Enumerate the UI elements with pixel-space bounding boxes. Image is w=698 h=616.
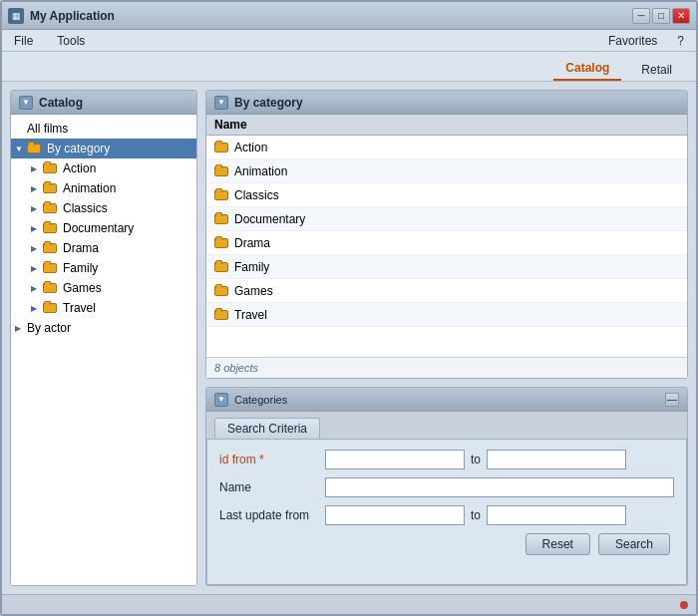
close-button[interactable]: ✕ [672, 8, 690, 24]
name-form-row: Name [219, 477, 674, 497]
search-tab-strip: Search Criteria [206, 412, 687, 439]
row-folder-icon-documentary [214, 214, 228, 224]
list-item[interactable]: Family [206, 255, 687, 279]
search-panel-icon: ▼ [214, 393, 228, 407]
tree-label-travel: Travel [63, 301, 96, 315]
tree-label-all-films: All films [27, 122, 68, 136]
right-area: ▼ By category Name Action Animation [205, 90, 688, 586]
search-panel-title: Categories [234, 394, 287, 406]
tree-item-documentary[interactable]: ▶ Documentary [11, 218, 196, 238]
tree-label-by-actor: By actor [27, 321, 71, 335]
last-update-to-label: to [471, 508, 481, 522]
folder-icon-documentary [43, 223, 57, 233]
search-panel-header-left: ▼ Categories [214, 393, 287, 407]
list-item[interactable]: Documentary [206, 207, 687, 231]
folder-icon-drama [43, 243, 57, 253]
menu-right: Favorites ? [604, 33, 688, 49]
id-from-input[interactable] [325, 450, 465, 469]
menu-favorites[interactable]: Favorites [604, 33, 661, 49]
last-update-form-row: Last update from to [219, 505, 674, 525]
menu-help[interactable]: ? [673, 33, 688, 49]
minimize-button[interactable]: ─ [632, 8, 650, 24]
id-required-marker: * [256, 453, 264, 466]
last-update-from-input[interactable] [325, 505, 465, 525]
by-category-header-icon: ▼ [214, 96, 228, 110]
tree-item-action[interactable]: ▶ Action [11, 158, 196, 178]
by-category-title: By category [234, 96, 303, 110]
catalog-panel-header: ▼ Catalog [11, 91, 196, 115]
row-label-drama: Drama [234, 236, 270, 250]
tree-item-by-category[interactable]: ▼ By category [11, 139, 196, 158]
menu-file[interactable]: File [10, 33, 37, 49]
row-folder-icon-drama [214, 238, 228, 248]
tree-label-documentary: Documentary [63, 221, 134, 235]
row-folder-icon-games [214, 286, 228, 296]
tree-item-by-actor[interactable]: ▶ By actor [11, 318, 196, 338]
search-form: id from * to Name Last update from [206, 439, 687, 585]
list-item[interactable]: Action [206, 136, 687, 159]
content-area: ▼ Catalog All films ▼ By category [2, 82, 696, 594]
list-item[interactable]: Games [206, 279, 687, 303]
list-item[interactable]: Travel [206, 303, 687, 327]
row-folder-icon-family [214, 262, 228, 272]
row-label-classics: Classics [234, 188, 279, 202]
tree-item-travel[interactable]: ▶ Travel [11, 298, 196, 318]
name-input[interactable] [325, 477, 674, 497]
tab-catalog[interactable]: Catalog [553, 57, 621, 81]
id-label: id from * [219, 453, 319, 466]
main-window: ▦ My Application ─ □ ✕ File Tools Favori… [0, 0, 698, 616]
list-item[interactable]: Classics [206, 183, 687, 207]
name-label: Name [219, 480, 319, 494]
tree-label-drama: Drama [63, 241, 99, 255]
row-folder-icon-classics [214, 190, 228, 200]
tree-label-classics: Classics [63, 201, 108, 215]
list-item[interactable]: Animation [206, 159, 687, 183]
tree-item-family[interactable]: ▶ Family [11, 258, 196, 278]
maximize-button[interactable]: □ [652, 8, 670, 24]
menu-tools[interactable]: Tools [53, 33, 89, 49]
tab-retail[interactable]: Retail [629, 59, 684, 81]
tree-label-family: Family [63, 261, 98, 275]
tree-item-animation[interactable]: ▶ Animation [11, 178, 196, 198]
list-item[interactable]: Drama [206, 231, 687, 255]
category-list-area[interactable]: Name Action Animation Classics [206, 115, 687, 357]
row-label-travel: Travel [234, 308, 267, 322]
id-to-label: to [471, 453, 481, 466]
folder-icon-animation [43, 183, 57, 193]
tree-arrow-animation: ▶ [31, 184, 43, 193]
last-update-label: Last update from [219, 508, 319, 522]
row-label-animation: Animation [234, 164, 287, 178]
row-folder-icon-action [214, 143, 228, 153]
tree-label-animation: Animation [63, 181, 116, 195]
row-label-games: Games [234, 284, 273, 298]
left-panel: ▼ Catalog All films ▼ By category [10, 90, 197, 586]
tree-arrow-action: ▶ [31, 164, 43, 173]
folder-icon-travel [43, 303, 57, 313]
search-panel-header: ▼ Categories — [206, 388, 687, 412]
search-criteria-tab[interactable]: Search Criteria [214, 418, 320, 439]
tree-item-games[interactable]: ▶ Games [11, 278, 196, 298]
id-to-input[interactable] [487, 450, 626, 469]
status-dot [680, 601, 688, 609]
reset-button[interactable]: Reset [525, 533, 590, 555]
tree-item-all-films[interactable]: All films [11, 119, 196, 139]
tree-item-classics[interactable]: ▶ Classics [11, 198, 196, 218]
tree-arrow-bycategory: ▼ [15, 145, 27, 154]
tree-arrow-travel: ▶ [31, 304, 43, 313]
tree-arrow-family: ▶ [31, 264, 43, 273]
row-folder-icon-animation [214, 166, 228, 176]
search-button[interactable]: Search [598, 533, 670, 555]
row-label-family: Family [234, 260, 269, 274]
by-category-header: ▼ By category [206, 91, 687, 115]
search-panel-minimize[interactable]: — [665, 393, 679, 407]
objects-count: 8 objects [206, 357, 687, 378]
tree-label-games: Games [63, 281, 102, 295]
tree-arrow-games: ▶ [31, 284, 43, 293]
tree-area[interactable]: All films ▼ By category ▶ Action [11, 115, 196, 585]
row-label-documentary: Documentary [234, 212, 305, 226]
last-update-to-input[interactable] [487, 505, 626, 525]
tree-arrow-classics: ▶ [31, 204, 43, 213]
tree-item-drama[interactable]: ▶ Drama [11, 238, 196, 258]
row-label-action: Action [234, 141, 267, 154]
id-form-row: id from * to [219, 450, 674, 469]
